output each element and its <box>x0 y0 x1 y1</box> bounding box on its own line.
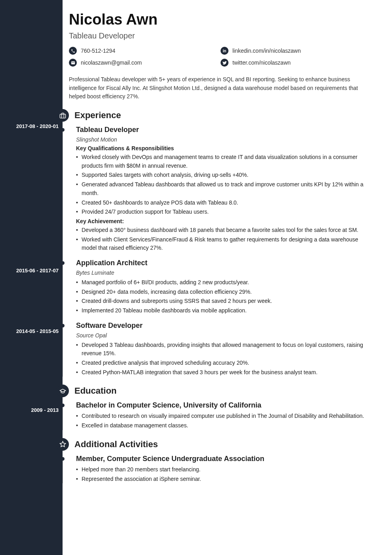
bullet: Worked closely with DevOps and managemen… <box>76 153 372 170</box>
job-title: Software Developer <box>76 322 372 330</box>
main-content: Nicolas Awn Tableau Developer 760-512-12… <box>63 0 392 555</box>
date-range: 2017-08 - 2020-01 <box>16 123 59 129</box>
sidebar: 2017-08 - 2020-01 2015-06 - 2017-07 2014… <box>0 0 63 555</box>
bullet: Created drill-downs and subreports using… <box>76 297 372 306</box>
date-range: 2009 - 2013 <box>31 407 59 413</box>
bullet: Created 50+ dashboards to analyze POS da… <box>76 199 372 207</box>
graduation-cap-icon <box>56 385 69 397</box>
linkedin-icon: in <box>221 47 228 55</box>
job-title: Tableau Developer <box>76 126 372 134</box>
bullet: Generated advanced Tableau dashboards th… <box>76 180 372 197</box>
svg-marker-1 <box>60 442 65 447</box>
job-title: Application Architect <box>76 259 372 267</box>
education-entry: Bachelor in Computer Science, University… <box>76 401 372 430</box>
bullet: Created predictive analysis that improve… <box>76 359 372 367</box>
bullet: Developed a 360° business dashboard with… <box>76 226 372 235</box>
phone-icon <box>69 47 77 55</box>
bullet: Created Python-MATLAB integration that s… <box>76 368 372 377</box>
bullet: Managed portfolio of 6+ BI/DI products, … <box>76 278 372 287</box>
bullet: Excelled in database management classes. <box>76 421 372 430</box>
job-company: Bytes Luminate <box>76 270 372 276</box>
education-section: Education Bachelor in Computer Science, … <box>69 385 372 430</box>
star-icon <box>56 438 69 451</box>
svg-rect-0 <box>60 114 65 118</box>
bullet: Represented the association at iSphere s… <box>76 475 372 484</box>
phone-item: 760-512-1294 <box>69 47 221 55</box>
twitter-icon <box>221 59 228 67</box>
section-title: Additional Activities <box>74 439 158 450</box>
degree-title: Bachelor in Computer Science, University… <box>76 401 372 410</box>
job-company: Source Opal <box>76 332 372 339</box>
linkedin-text: linkedin.com/in/nicolaszawn <box>232 48 301 54</box>
twitter-text: twitter.com/nicolaszawn <box>232 59 291 66</box>
section-title: Experience <box>74 110 121 121</box>
person-name: Nicolas Awn <box>69 11 372 28</box>
summary: Professional Tableau developer with 5+ y… <box>69 75 372 101</box>
email-icon <box>69 59 77 67</box>
subheading: Key Achievement: <box>76 218 372 224</box>
date-range: 2015-06 - 2017-07 <box>16 268 59 274</box>
job-title: Tableau Developer <box>69 31 372 40</box>
bullet: Provided 24/7 production support for Tab… <box>76 208 372 216</box>
job-entry: Application Architect Bytes Luminate Man… <box>76 259 372 315</box>
date-range: 2014-05 - 2015-05 <box>16 328 59 334</box>
activities-section: Additional Activities Member, Computer S… <box>69 438 372 483</box>
bullet: Supported Sales targets with cohort anal… <box>76 171 372 180</box>
bullet: Contributed to research on visually impa… <box>76 412 372 421</box>
briefcase-icon <box>56 109 69 122</box>
email-item: nicolaszawn@gmail.com <box>69 59 221 67</box>
bullet: Implemented 20 Tableau mobile dashboards… <box>76 306 372 315</box>
bullet: Helped more than 20 members start freela… <box>76 465 372 474</box>
email-text: nicolaszawn@gmail.com <box>81 59 142 66</box>
job-entry: Tableau Developer Slingshot Motion Key Q… <box>76 126 372 253</box>
bullet: Worked with Client Services/Finance/Frau… <box>76 235 372 253</box>
linkedin-item: in linkedin.com/in/nicolaszawn <box>221 47 372 55</box>
bullet: Designed 20+ data models, increasing dat… <box>76 288 372 297</box>
contacts: 760-512-1294 in linkedin.com/in/nicolasz… <box>69 47 372 71</box>
bullet: Developed 3 Tableau dashboards, providin… <box>76 341 372 358</box>
experience-section: Experience Tableau Developer Slingshot M… <box>69 109 372 377</box>
phone-text: 760-512-1294 <box>81 48 115 54</box>
job-entry: Software Developer Source Opal Developed… <box>76 322 372 377</box>
job-company: Slingshot Motion <box>76 136 372 143</box>
activity-entry: Member, Computer Science Undergraduate A… <box>76 455 372 483</box>
activity-title: Member, Computer Science Undergraduate A… <box>76 455 372 463</box>
section-title: Education <box>74 386 116 396</box>
twitter-item: twitter.com/nicolaszawn <box>221 59 372 67</box>
subheading: Key Qualifications & Responsibilities <box>76 145 372 151</box>
